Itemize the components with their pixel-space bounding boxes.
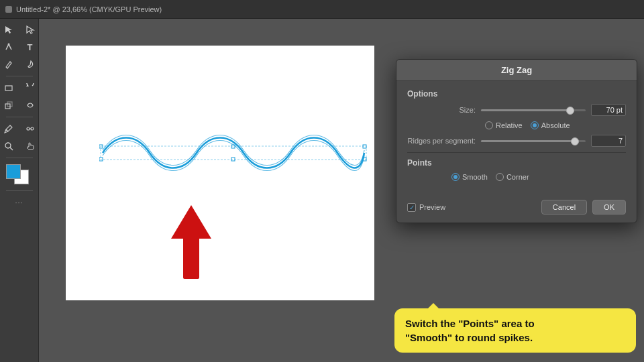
type-tool[interactable]: T	[20, 39, 40, 55]
preview-label: Preview	[419, 203, 445, 211]
smooth-radio[interactable]	[451, 173, 460, 181]
dialog-divider	[407, 152, 626, 153]
top-bar: Untitled-2* @ 23,66% (CMYK/GPU Preview)	[0, 0, 644, 19]
red-arrow	[164, 205, 218, 286]
shape-tool[interactable]	[0, 80, 19, 96]
warp-tool[interactable]	[20, 97, 40, 113]
tool-divider-4	[6, 190, 33, 191]
tool-pair-2: T	[0, 39, 40, 55]
tool-pair-6	[0, 121, 40, 137]
preview-checkbox[interactable]	[407, 203, 416, 212]
svg-rect-15	[231, 158, 235, 161]
ridges-slider[interactable]	[481, 140, 586, 142]
preview-group: Preview	[407, 203, 445, 212]
svg-point-8	[5, 143, 11, 148]
more-tools[interactable]: ···	[9, 194, 30, 210]
corner-radio[interactable]	[496, 173, 504, 181]
tool-pair-7	[0, 138, 40, 154]
foreground-color-swatch[interactable]	[6, 164, 21, 179]
tool-divider-2	[6, 117, 33, 117]
svg-rect-17	[183, 232, 199, 279]
svg-rect-1	[5, 86, 12, 90]
svg-point-0	[7, 44, 9, 46]
blend-tool[interactable]	[20, 121, 40, 137]
size-slider[interactable]	[481, 109, 586, 111]
corner-option[interactable]: Corner	[496, 173, 529, 181]
dialog-title: Zig Zag	[396, 60, 637, 81]
zoom-tool[interactable]	[0, 138, 19, 154]
tool-divider-1	[6, 76, 33, 76]
tool-pair-1	[0, 21, 40, 38]
absolute-radio[interactable]	[531, 121, 539, 129]
svg-rect-13	[363, 145, 366, 148]
svg-line-9	[10, 147, 13, 150]
relative-radio[interactable]	[485, 121, 493, 129]
points-group: Smooth Corner	[451, 173, 529, 181]
color-swatch-area[interactable]	[6, 164, 33, 187]
size-input[interactable]	[591, 104, 626, 116]
ridges-label: Ridges per segment:	[407, 137, 481, 145]
svg-marker-2	[26, 84, 29, 86]
corner-label: Corner	[506, 173, 529, 181]
dialog-footer: Preview Cancel OK	[396, 194, 637, 223]
scale-tool[interactable]	[0, 97, 19, 113]
options-section-label: Options	[407, 89, 626, 99]
absolute-label: Absolute	[541, 121, 570, 129]
ridges-slider-thumb[interactable]	[571, 137, 579, 145]
cancel-button[interactable]: Cancel	[541, 200, 587, 215]
ridges-row: Ridges per segment:	[407, 135, 626, 147]
ok-button[interactable]: OK	[592, 200, 626, 215]
tooltip-text: Switch the "Points" area to"Smooth" to r…	[405, 318, 535, 343]
zigzag-dialog: Zig Zag Options Size: Relative	[396, 59, 637, 223]
pen-tool[interactable]	[0, 39, 19, 55]
absolute-option[interactable]: Absolute	[531, 121, 570, 129]
hand-tool[interactable]	[20, 138, 40, 154]
tab-title: Untitled-2* @ 23,66% (CMYK/GPU Preview)	[16, 5, 162, 13]
size-label: Size:	[407, 106, 481, 114]
svg-point-5	[27, 127, 30, 130]
tool-divider-3	[6, 158, 33, 158]
left-toolbar: T	[0, 19, 39, 362]
eyedropper-tool[interactable]	[0, 121, 19, 137]
size-slider-thumb[interactable]	[566, 107, 574, 115]
canvas-area: Zig Zag Options Size: Relative	[39, 19, 644, 362]
wave-graphic	[99, 126, 368, 180]
svg-marker-18	[171, 205, 211, 239]
smooth-label: Smooth	[462, 173, 488, 181]
relative-absolute-row: Relative Absolute	[407, 121, 626, 129]
relative-label: Relative	[496, 121, 523, 129]
svg-rect-11	[99, 145, 103, 148]
relative-option[interactable]: Relative	[485, 121, 523, 129]
rotate-tool[interactable]	[20, 80, 40, 96]
points-section-label: Points	[407, 158, 626, 168]
svg-rect-14	[99, 158, 103, 161]
tool-pair-3	[0, 56, 40, 72]
brush-tool[interactable]	[20, 56, 40, 72]
points-row: Smooth Corner	[407, 173, 626, 181]
direct-selection-tool[interactable]	[20, 21, 40, 38]
dialog-body: Options Size: Relative	[396, 81, 637, 194]
ridges-input[interactable]	[591, 135, 626, 147]
size-row: Size:	[407, 104, 626, 116]
svg-point-6	[31, 127, 34, 130]
tool-pair-5	[0, 97, 40, 113]
pencil-tool[interactable]	[0, 56, 19, 72]
tab-close-icon[interactable]	[5, 6, 12, 13]
selection-tool[interactable]	[0, 21, 19, 38]
smooth-option[interactable]: Smooth	[451, 173, 488, 181]
relative-absolute-group: Relative Absolute	[485, 121, 570, 129]
tooltip-bubble: Switch the "Points" area to"Smooth" to r…	[394, 308, 636, 353]
tool-pair-4	[0, 80, 40, 96]
